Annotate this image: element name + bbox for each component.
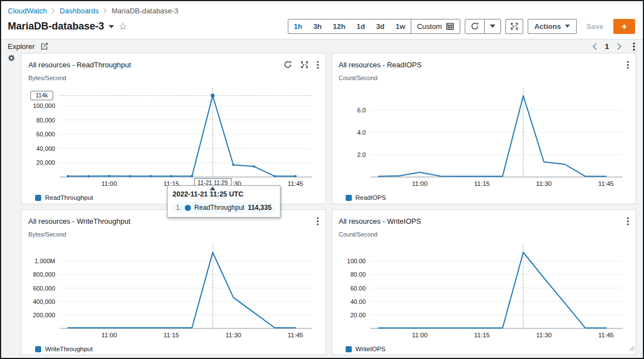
actions-label: Actions	[534, 22, 561, 31]
refresh-button[interactable]	[465, 19, 484, 33]
legend-swatch-icon	[35, 195, 41, 201]
gear-icon	[7, 53, 16, 63]
chart-card-readthroughput: All resources - ReadThroughputBytes/Seco…	[21, 53, 326, 204]
chart-kebab-icon[interactable]	[317, 217, 319, 225]
add-widget-button[interactable]: +	[613, 19, 635, 34]
svg-text:11:00: 11:00	[101, 332, 117, 338]
svg-text:20,000: 20,000	[36, 159, 55, 166]
y-axis-unit-label: Count/Second	[339, 231, 630, 239]
svg-text:114k: 114k	[36, 92, 48, 99]
page-title: MariaDB-database-3	[8, 21, 104, 32]
svg-text:600,000: 600,000	[33, 285, 55, 292]
svg-text:11:45: 11:45	[598, 332, 613, 338]
custom-range-button[interactable]: Custom	[411, 19, 460, 33]
app-window: CloudWatchDashboardsMariaDB-database-3 M…	[0, 0, 644, 359]
explorer-settings-button[interactable]	[7, 53, 16, 63]
time-range-1d-button[interactable]: 1d	[351, 19, 370, 33]
chart-title: All resources - ReadThroughput	[28, 61, 131, 69]
svg-text:6.0: 6.0	[357, 107, 365, 114]
time-range-3h-button[interactable]: 3h	[308, 19, 327, 33]
svg-text:60,000: 60,000	[36, 131, 55, 137]
chart-plot[interactable]: 200,000400,000600,000800,0001.000M11:001…	[28, 240, 319, 344]
y-axis-unit-label: Bytes/Second	[28, 75, 319, 82]
svg-text:11:45: 11:45	[598, 180, 613, 187]
svg-text:11:45: 11:45	[288, 180, 303, 187]
chart-plot[interactable]: 20.0040.0060.0080.00100.0011:0011:1511:3…	[339, 240, 630, 344]
svg-text:800,000: 800,000	[33, 271, 55, 278]
time-range-1w-button[interactable]: 1w	[390, 19, 411, 33]
refresh-group	[465, 19, 501, 34]
svg-text:11:15: 11:15	[474, 332, 489, 338]
fullscreen-button[interactable]	[505, 19, 523, 34]
crosshair-caret-icon	[210, 186, 215, 190]
tooltip-timestamp: 2022-11-21 11:25 UTC	[173, 190, 275, 198]
svg-text:11:00: 11:00	[101, 180, 117, 187]
svg-text:80,000: 80,000	[36, 117, 55, 124]
svg-text:11:00: 11:00	[412, 332, 427, 338]
svg-text:11:30: 11:30	[536, 332, 552, 338]
chart-grid: All resources - ReadThroughputBytes/Seco…	[21, 53, 636, 355]
page-previous-chevron-icon[interactable]	[592, 43, 597, 50]
page-number: 1	[605, 42, 609, 51]
chart-card-writethroughput: All resources - WriteThroughputBytes/Sec…	[21, 209, 326, 355]
dashboard-menu-kebab-icon[interactable]	[633, 42, 635, 51]
actions-button[interactable]: Actions	[528, 19, 577, 34]
page-next-chevron-icon[interactable]	[617, 43, 622, 50]
svg-text:400,000: 400,000	[33, 298, 55, 305]
svg-text:60.00: 60.00	[350, 285, 366, 292]
chart-kebab-icon[interactable]	[317, 61, 319, 69]
time-range-12h-button[interactable]: 12h	[327, 19, 351, 33]
svg-text:11:00: 11:00	[412, 180, 427, 187]
header: CloudWatchDashboardsMariaDB-database-3 M…	[1, 1, 643, 40]
svg-text:100,000: 100,000	[33, 102, 55, 109]
refresh-icon	[470, 22, 479, 31]
tooltip-series-value: 114,335	[248, 204, 272, 212]
breadcrumb-separator-icon	[103, 8, 107, 14]
time-range-1h-button[interactable]: 1h	[288, 19, 308, 33]
chart-kebab-icon[interactable]	[627, 61, 629, 69]
tooltip-row-index: 1.	[176, 204, 181, 212]
chart-plot[interactable]: 2.04.06.011:0011:1511:3011:45	[339, 83, 630, 193]
chart-refresh-icon[interactable]	[283, 60, 292, 69]
custom-range-label: Custom	[417, 22, 442, 31]
breadcrumb: CloudWatchDashboardsMariaDB-database-3	[8, 6, 635, 16]
chart-tooltip: 2022-11-21 11:25 UTC1.ReadThroughput114,…	[167, 185, 281, 218]
svg-text:2.0: 2.0	[357, 151, 365, 158]
title-row: MariaDB-database-3 ☆ 1h3h12h1d3d1w Custo…	[8, 18, 635, 35]
breadcrumb-item-dashboards[interactable]: Dashboards	[60, 7, 99, 15]
save-button[interactable]: Save	[581, 22, 609, 31]
favorite-star-icon[interactable]: ☆	[119, 22, 127, 31]
charts-area: All resources - ReadThroughputBytes/Seco…	[1, 52, 643, 359]
caret-down-icon	[490, 24, 495, 28]
svg-text:20.00: 20.00	[350, 312, 366, 318]
explorer-edit-icon[interactable]	[40, 42, 48, 51]
explorer-bar: Explorer 1	[1, 40, 643, 52]
refresh-options-button[interactable]	[484, 19, 500, 33]
time-range-group: 1h3h12h1d3d1w Custom	[288, 19, 460, 34]
svg-text:11:30: 11:30	[536, 180, 552, 187]
explorer-label: Explorer	[8, 42, 35, 51]
legend-label: ReadThroughput	[45, 194, 93, 201]
svg-text:11:30: 11:30	[225, 332, 241, 338]
chart-expand-icon[interactable]	[301, 61, 308, 68]
svg-text:100.00: 100.00	[347, 258, 366, 264]
svg-text:40,000: 40,000	[36, 145, 55, 152]
breadcrumb-item-cloudwatch[interactable]: CloudWatch	[8, 7, 47, 15]
svg-text:1.000M: 1.000M	[35, 258, 55, 264]
chart-legend: WriteIOPS	[346, 344, 630, 354]
legend-swatch-icon	[346, 346, 352, 352]
svg-text:80.00: 80.00	[350, 271, 366, 278]
time-range-3d-button[interactable]: 3d	[371, 19, 390, 33]
svg-text:40.00: 40.00	[350, 298, 366, 305]
chart-title: All resources - WriteIOPS	[339, 217, 421, 225]
resize-handle[interactable]	[628, 343, 635, 353]
chart-legend: WriteThroughput	[35, 344, 319, 354]
expand-icon	[510, 22, 518, 30]
tooltip-series-row: 1.ReadThroughput114,335	[173, 202, 275, 213]
chart-plot[interactable]: 20,00040,00060,00080,000100,00011:0011:1…	[28, 83, 319, 193]
legend-label: WriteThroughput	[45, 346, 92, 352]
svg-text:11:45: 11:45	[288, 332, 303, 338]
y-axis-unit-label: Count/Second	[339, 75, 630, 82]
chart-kebab-icon[interactable]	[627, 217, 629, 225]
title-caret-down-icon[interactable]	[109, 25, 114, 28]
